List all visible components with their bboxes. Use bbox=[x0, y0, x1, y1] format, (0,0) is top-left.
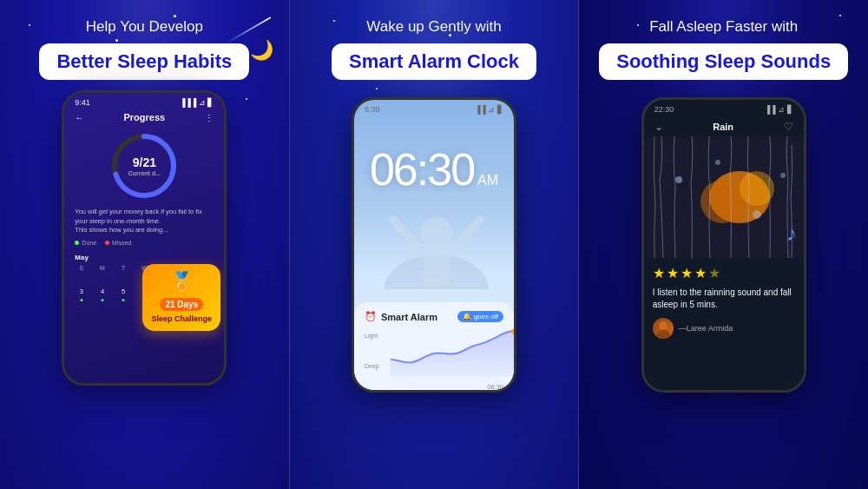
chart-area bbox=[391, 329, 503, 381]
phone-2-status-bar: 6:30 ▐▐ ⊿ ▋ bbox=[354, 100, 514, 117]
back-arrow-icon: ← bbox=[75, 113, 83, 122]
alarm-card-header: ⏰ Smart Alarm 🔔 goes off bbox=[365, 311, 503, 322]
person-silhouette bbox=[354, 202, 514, 289]
phone-3-screen: 22:30 ▐▐ ⊿ ▋ ⌄ Rain ♡ bbox=[644, 100, 804, 390]
alarm-time-big: 06:30 bbox=[370, 143, 474, 195]
alarm-am: AM bbox=[477, 173, 498, 188]
badge-title: Sleep Challenge bbox=[149, 314, 214, 324]
phone-2-icons: ▐▐ ⊿ ▋ bbox=[475, 105, 503, 114]
panel1-heading: Help You Develop bbox=[86, 17, 203, 36]
star-1: ★ bbox=[653, 265, 665, 281]
svg-line-6 bbox=[450, 220, 480, 254]
svg-point-15 bbox=[780, 173, 786, 178]
cal-cell bbox=[114, 274, 134, 285]
chevron-down-icon: ⌄ bbox=[654, 121, 663, 133]
panel-sleep-sounds: Fall Asleep Faster with Soothing Sleep S… bbox=[578, 0, 868, 489]
phone-2-screen: 6:30 ▐▐ ⊿ ▋ 06:30 AM bbox=[354, 100, 514, 390]
svg-line-5 bbox=[393, 220, 424, 254]
review-area: ★ ★ ★ ★ ★ I listen to the rainning sound… bbox=[644, 258, 804, 346]
legend-missed: Missed bbox=[105, 239, 131, 248]
progress-ring-area: 9/21 Current d... bbox=[64, 128, 224, 204]
reviewer-name: —Laree Armida bbox=[679, 324, 733, 333]
alarm-card: ⏰ Smart Alarm 🔔 goes off Light Deep bbox=[354, 302, 514, 390]
progress-ring: 9/21 Current d... bbox=[109, 131, 179, 201]
star-5-half: ★ bbox=[708, 265, 720, 281]
sleep-chart: Light Deep bbox=[365, 329, 503, 381]
phone-1-icons: ▐▐▐ ⊿ ▋ bbox=[180, 98, 214, 107]
review-text: I listen to the rainning sound and fall … bbox=[653, 287, 795, 311]
svg-point-14 bbox=[753, 210, 761, 219]
calendar-month: May bbox=[64, 250, 224, 263]
ring-sublabel: Current d... bbox=[128, 170, 161, 176]
star-2: ★ bbox=[667, 265, 679, 281]
phone-3-icons: ▐▐ ⊿ ▋ bbox=[765, 105, 793, 114]
deep-label: Deep bbox=[365, 363, 379, 369]
phone-3: 22:30 ▐▐ ⊿ ▋ ⌄ Rain ♡ bbox=[641, 97, 806, 393]
legend-done: Done bbox=[75, 239, 96, 248]
heart-icon: ♡ bbox=[784, 121, 793, 133]
chart-labels: Light Deep bbox=[365, 329, 379, 373]
phone-3-status-bar: 22:30 ▐▐ ⊿ ▋ bbox=[644, 100, 804, 117]
moon-icon: 🌙 bbox=[250, 39, 273, 62]
badge-icon: 🏅 bbox=[149, 271, 214, 294]
star-3: ★ bbox=[681, 265, 693, 281]
cal-cell: 3 bbox=[71, 286, 91, 301]
alarm-time-display: 06:30 AM bbox=[354, 117, 514, 202]
cal-cell: 5 bbox=[114, 286, 134, 301]
alarm-icon: ⏰ bbox=[365, 311, 377, 322]
phone-1: 9:41 ▐▐▐ ⊿ ▋ ← Progress ⋮ 9/21 Cur bbox=[62, 90, 227, 386]
ring-label: 9/21 Current d... bbox=[109, 131, 179, 201]
cal-cell bbox=[92, 274, 112, 285]
cal-h-s: S bbox=[71, 263, 91, 273]
phone-3-time: 22:30 bbox=[654, 105, 674, 114]
goes-off-badge: 🔔 goes off bbox=[457, 311, 503, 322]
panel3-highlight-text: Soothing Sleep Sounds bbox=[616, 50, 831, 72]
panel1-highlight-box: Better Sleep Habits bbox=[39, 43, 249, 80]
cal-h-m: M bbox=[92, 263, 112, 273]
svg-point-17 bbox=[656, 330, 670, 339]
alarm-card-title: ⏰ Smart Alarm bbox=[365, 311, 437, 322]
svg-point-12 bbox=[675, 176, 682, 183]
panel1-highlight-text: Better Sleep Habits bbox=[56, 50, 232, 72]
progress-line2: This shows how you are doing... bbox=[75, 226, 214, 235]
panel2-highlight-box: Smart Alarm Clock bbox=[332, 43, 536, 80]
reviewer-row: —Laree Armida bbox=[653, 318, 795, 339]
rain-image bbox=[644, 136, 804, 258]
star-4: ★ bbox=[694, 265, 707, 281]
sound-title: Rain bbox=[663, 122, 784, 132]
phone-1-time: 9:41 bbox=[75, 98, 90, 107]
challenge-badge: 🏅 21 Days Sleep Challenge bbox=[142, 264, 220, 331]
panel2-highlight-text: Smart Alarm Clock bbox=[349, 50, 519, 72]
cal-cell bbox=[71, 274, 91, 285]
progress-text: You will get your money back if you fail… bbox=[64, 204, 224, 250]
panel3-heading: Fall Asleep Faster with bbox=[649, 17, 798, 36]
reviewer-avatar bbox=[653, 318, 674, 339]
music-note-icon: ♪ bbox=[786, 221, 797, 246]
chart-time: 06:30 bbox=[365, 383, 503, 390]
phone-1-header: ← Progress ⋮ bbox=[64, 110, 224, 128]
badge-days: 21 Days bbox=[160, 298, 203, 311]
ring-value: 9/21 bbox=[133, 155, 156, 169]
svg-point-16 bbox=[659, 321, 667, 330]
svg-point-10 bbox=[700, 180, 744, 223]
stars-row: ★ ★ ★ ★ ★ bbox=[653, 265, 795, 281]
bell-icon: 🔔 bbox=[463, 313, 471, 320]
panel3-highlight-box: Soothing Sleep Sounds bbox=[599, 43, 848, 80]
cal-cell: 4 bbox=[92, 286, 112, 301]
phone-1-title: Progress bbox=[123, 112, 165, 122]
panel-alarm-clock: Wake up Gently with Smart Alarm Clock 6:… bbox=[289, 0, 579, 489]
phone-1-screen: 9:41 ▐▐▐ ⊿ ▋ ← Progress ⋮ 9/21 Cur bbox=[64, 93, 224, 383]
panel2-heading: Wake up Gently with bbox=[366, 17, 501, 36]
phone-2: 6:30 ▐▐ ⊿ ▋ 06:30 AM bbox=[352, 97, 516, 393]
phone-1-status-bar: 9:41 ▐▐▐ ⊿ ▋ bbox=[64, 93, 224, 110]
legend-row: Done Missed bbox=[75, 239, 214, 248]
svg-point-3 bbox=[421, 217, 452, 248]
sound-header: ⌄ Rain ♡ bbox=[644, 117, 804, 136]
cal-h-t: T bbox=[114, 263, 134, 273]
progress-line1: You will get your money back if you fail… bbox=[75, 208, 214, 226]
panel-sleep-habits: Help You Develop Better Sleep Habits 🌙 9… bbox=[0, 0, 289, 489]
phone-2-time: 6:30 bbox=[365, 105, 380, 114]
light-label: Light bbox=[365, 333, 379, 339]
menu-icon: ⋮ bbox=[205, 113, 214, 122]
svg-point-13 bbox=[715, 160, 720, 165]
